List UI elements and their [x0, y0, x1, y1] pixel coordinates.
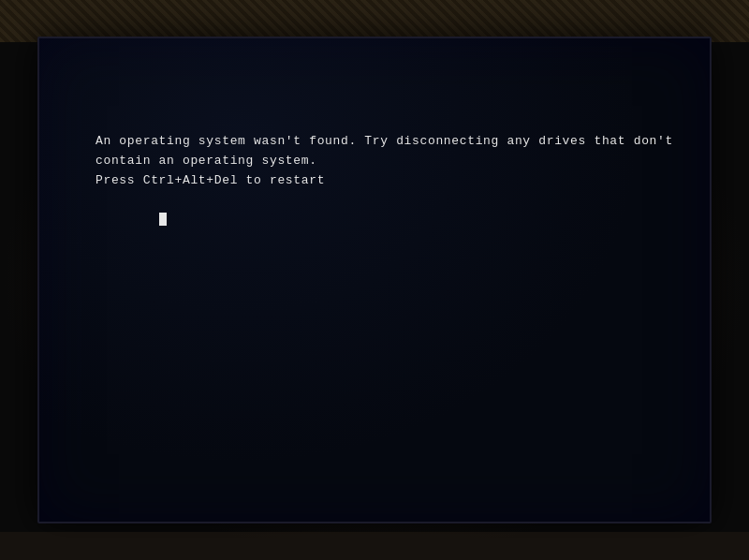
- monitor-frame: An operating system wasn't found. Try di…: [0, 0, 749, 560]
- error-line-2: contain an operating system.: [95, 152, 673, 171]
- monitor-screen: An operating system wasn't found. Try di…: [37, 37, 712, 523]
- error-line-3: Press Ctrl+Alt+Del to restart: [95, 171, 673, 191]
- error-line-1: An operating system wasn't found. Try di…: [95, 132, 673, 152]
- error-message-container: An operating system wasn't found. Try di…: [95, 132, 673, 249]
- error-line-4: [95, 190, 673, 248]
- cursor-blink: [159, 213, 167, 226]
